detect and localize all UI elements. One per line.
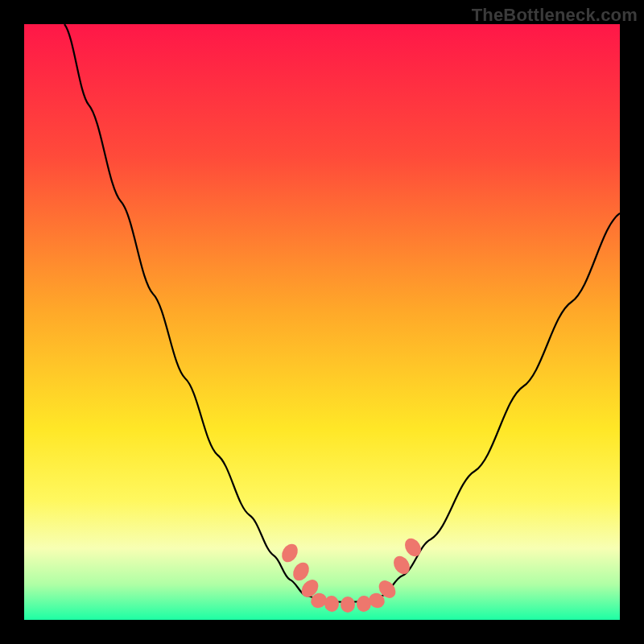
valley-marker (279, 541, 301, 565)
plot-area (24, 24, 620, 620)
valley-markers (279, 535, 424, 613)
curve-right (382, 213, 620, 596)
chart-frame: TheBottleneck.com (0, 0, 644, 644)
watermark-text: TheBottleneck.com (472, 5, 638, 26)
valley-marker (290, 559, 312, 584)
valley-marker (402, 535, 424, 559)
valley-marker (341, 597, 355, 613)
chart-svg (24, 24, 620, 620)
valley-marker (390, 553, 413, 577)
curve-left (64, 24, 306, 596)
